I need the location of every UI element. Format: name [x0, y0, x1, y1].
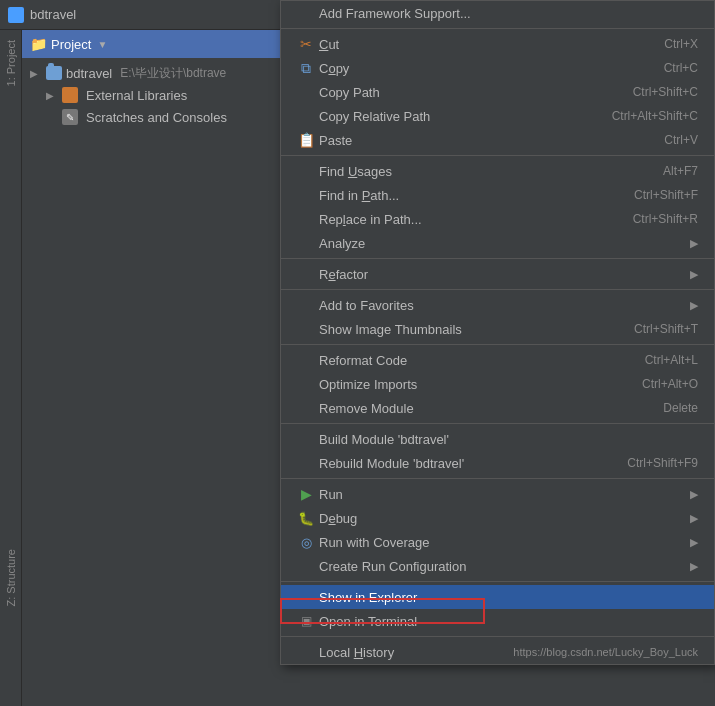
- find-in-path-icon: [297, 186, 315, 204]
- menu-item-create-run-config[interactable]: Create Run Configuration ▶: [281, 554, 714, 578]
- replace-in-path-label: Replace in Path...: [319, 212, 613, 227]
- menu-item-add-favorites[interactable]: Add to Favorites ▶: [281, 293, 714, 317]
- tree-label-scratches: Scratches and Consoles: [86, 110, 227, 125]
- optimize-shortcut: Ctrl+Alt+O: [642, 377, 698, 391]
- reformat-shortcut: Ctrl+Alt+L: [645, 353, 698, 367]
- paste-label: Paste: [319, 133, 644, 148]
- copy-relative-icon: [297, 107, 315, 125]
- lib-icon: [62, 87, 78, 103]
- menu-item-paste[interactable]: 📋 Paste Ctrl+V: [281, 128, 714, 152]
- refactor-arrow: ▶: [690, 268, 698, 281]
- app-icon: [8, 7, 24, 23]
- run-label: Run: [319, 487, 682, 502]
- show-thumbnails-shortcut: Ctrl+Shift+T: [634, 322, 698, 336]
- copy-relative-label: Copy Relative Path: [319, 109, 592, 124]
- run-coverage-icon: ◎: [297, 533, 315, 551]
- tree-item-external-libs[interactable]: ▶ External Libraries: [22, 84, 280, 106]
- menu-item-copy-relative[interactable]: Copy Relative Path Ctrl+Alt+Shift+C: [281, 104, 714, 128]
- folder-icon: 📁: [30, 36, 47, 52]
- copy-path-shortcut: Ctrl+Shift+C: [633, 85, 698, 99]
- menu-item-reformat[interactable]: Reformat Code Ctrl+Alt+L: [281, 348, 714, 372]
- menu-item-copy-path[interactable]: Copy Path Ctrl+Shift+C: [281, 80, 714, 104]
- analyze-icon: [297, 234, 315, 252]
- reformat-icon: [297, 351, 315, 369]
- show-thumbnails-icon: [297, 320, 315, 338]
- create-run-config-label: Create Run Configuration: [319, 559, 682, 574]
- separator-1: [281, 28, 714, 29]
- find-in-path-shortcut: Ctrl+Shift+F: [634, 188, 698, 202]
- find-usages-label: Find Usages: [319, 164, 643, 179]
- tree-label-libs: External Libraries: [86, 88, 187, 103]
- build-module-icon: [297, 430, 315, 448]
- copy-label: Copy: [319, 61, 644, 76]
- context-menu: Add Framework Support... ✂ Cut Ctrl+X ⧉ …: [280, 0, 715, 665]
- sidebar-project-label[interactable]: 1: Project: [5, 40, 17, 86]
- tree-label-bdtravel: bdtravel: [66, 66, 112, 81]
- debug-label: Debug: [319, 511, 682, 526]
- tree-path-bdtravel: E:\毕业设计\bdtrave: [120, 65, 226, 82]
- debug-arrow: ▶: [690, 512, 698, 525]
- run-arrow: ▶: [690, 488, 698, 501]
- menu-item-find-in-path[interactable]: Find in Path... Ctrl+Shift+F: [281, 183, 714, 207]
- find-in-path-label: Find in Path...: [319, 188, 614, 203]
- add-favorites-label: Add to Favorites: [319, 298, 682, 313]
- replace-in-path-shortcut: Ctrl+Shift+R: [633, 212, 698, 226]
- menu-item-run[interactable]: ▶ Run ▶: [281, 482, 714, 506]
- menu-item-replace-in-path[interactable]: Replace in Path... Ctrl+Shift+R: [281, 207, 714, 231]
- separator-9: [281, 636, 714, 637]
- create-run-config-icon: [297, 557, 315, 575]
- menu-item-analyze[interactable]: Analyze ▶: [281, 231, 714, 255]
- menu-item-rebuild-module[interactable]: Rebuild Module 'bdtravel' Ctrl+Shift+F9: [281, 451, 714, 475]
- find-usages-icon: [297, 162, 315, 180]
- local-history-url: https://blog.csdn.net/Lucky_Boy_Luck: [513, 646, 698, 658]
- menu-item-cut[interactable]: ✂ Cut Ctrl+X: [281, 32, 714, 56]
- menu-item-refactor[interactable]: Refactor ▶: [281, 262, 714, 286]
- rebuild-module-shortcut: Ctrl+Shift+F9: [627, 456, 698, 470]
- menu-item-copy[interactable]: ⧉ Copy Ctrl+C: [281, 56, 714, 80]
- copy-path-label: Copy Path: [319, 85, 613, 100]
- menu-item-open-in-terminal[interactable]: ▣ Open in Terminal: [281, 609, 714, 633]
- optimize-icon: [297, 375, 315, 393]
- add-framework-label: Add Framework Support...: [319, 6, 698, 21]
- menu-item-debug[interactable]: 🐛 Debug ▶: [281, 506, 714, 530]
- local-history-icon: [297, 643, 315, 661]
- open-in-terminal-icon: ▣: [297, 612, 315, 630]
- project-panel: 📁 Project ▼ ▶ bdtravel E:\毕业设计\bdtrave ▶…: [22, 30, 280, 706]
- menu-item-remove-module[interactable]: Remove Module Delete: [281, 396, 714, 420]
- menu-item-run-coverage[interactable]: ◎ Run with Coverage ▶: [281, 530, 714, 554]
- menu-item-optimize[interactable]: Optimize Imports Ctrl+Alt+O: [281, 372, 714, 396]
- title-text: bdtravel: [30, 7, 76, 22]
- remove-module-shortcut: Delete: [663, 401, 698, 415]
- tree-item-bdtravel[interactable]: ▶ bdtravel E:\毕业设计\bdtrave: [22, 62, 280, 84]
- menu-item-show-thumbnails[interactable]: Show Image Thumbnails Ctrl+Shift+T: [281, 317, 714, 341]
- create-run-config-arrow: ▶: [690, 560, 698, 573]
- menu-item-build-module[interactable]: Build Module 'bdtravel': [281, 427, 714, 451]
- project-tree: ▶ bdtravel E:\毕业设计\bdtrave ▶ External Li…: [22, 58, 280, 132]
- add-framework-icon: [297, 4, 315, 22]
- menu-item-add-framework[interactable]: Add Framework Support...: [281, 1, 714, 25]
- separator-8: [281, 581, 714, 582]
- analyze-label: Analyze: [319, 236, 682, 251]
- menu-item-find-usages[interactable]: Find Usages Alt+F7: [281, 159, 714, 183]
- run-coverage-label: Run with Coverage: [319, 535, 682, 550]
- copy-relative-shortcut: Ctrl+Alt+Shift+C: [612, 109, 698, 123]
- open-in-terminal-label: Open in Terminal: [319, 614, 698, 629]
- copy-shortcut: Ctrl+C: [664, 61, 698, 75]
- separator-2: [281, 155, 714, 156]
- project-header[interactable]: 📁 Project ▼: [22, 30, 280, 58]
- add-favorites-arrow: ▶: [690, 299, 698, 312]
- menu-item-local-history[interactable]: Local History https://blog.csdn.net/Luck…: [281, 640, 714, 664]
- analyze-arrow: ▶: [690, 237, 698, 250]
- sidebar-structure-label[interactable]: Z: Structure: [5, 549, 17, 606]
- add-favorites-icon: [297, 296, 315, 314]
- build-module-label: Build Module 'bdtravel': [319, 432, 698, 447]
- tree-item-scratches[interactable]: ▶ ✎ Scratches and Consoles: [22, 106, 280, 128]
- tree-arrow-libs: ▶: [46, 90, 58, 101]
- replace-in-path-icon: [297, 210, 315, 228]
- remove-module-icon: [297, 399, 315, 417]
- project-header-text: Project: [51, 37, 91, 52]
- copy-icon: ⧉: [297, 59, 315, 77]
- cut-shortcut: Ctrl+X: [664, 37, 698, 51]
- menu-item-show-in-explorer[interactable]: Show in Explorer: [281, 585, 714, 609]
- rebuild-module-label: Rebuild Module 'bdtravel': [319, 456, 607, 471]
